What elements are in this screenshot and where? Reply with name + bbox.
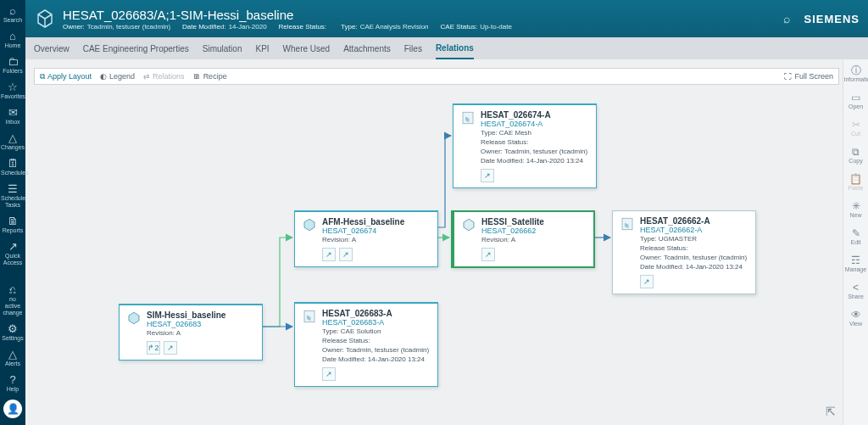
node-link[interactable]: HESAT_026683-A: [322, 318, 392, 327]
type-label: Type: CAE Mesh: [481, 128, 589, 137]
sidebar-favorites[interactable]: ☆Favorites: [1, 81, 25, 100]
tab-cae-eng-props[interactable]: CAE Engineering Properties: [83, 39, 189, 59]
owner-label: Owner: Tcadmin, testuser (tcadmin): [322, 345, 431, 355]
node-afm-hessi-baseline[interactable]: AFM-Hessi_baseline HESAT_026674 Revision…: [294, 210, 438, 267]
help-icon: ?: [1, 374, 25, 386]
sidebar-settings[interactable]: ⚙Settings: [1, 323, 25, 342]
tab-simulation[interactable]: Simulation: [203, 39, 242, 59]
open-icon: ▭: [844, 92, 868, 103]
tab-overview[interactable]: Overview: [34, 39, 70, 59]
header-meta: Owner:Tcadmin, testuser (tcadmin) Date M…: [63, 23, 783, 31]
node-title: AFM-Hessi_baseline: [322, 217, 404, 226]
node-link[interactable]: HESAT_026683: [147, 320, 225, 328]
dataset-icon: [620, 216, 635, 232]
recipe-button[interactable]: 🗎Recipe: [193, 72, 227, 81]
rs-copy[interactable]: ⧉Copy: [844, 146, 868, 165]
info-icon: ⓘ: [844, 64, 868, 76]
legend-button[interactable]: ◐Legend: [100, 72, 135, 81]
dataset-icon: [460, 110, 476, 126]
search-icon: ⌕: [1, 5, 25, 17]
node-link[interactable]: HESAT_026674-A: [481, 120, 551, 128]
cae-model-icon: [302, 217, 317, 232]
sidebar-no-change[interactable]: ⎌no active change: [1, 284, 25, 316]
node-hessi-satellite[interactable]: HESSI_Satellite HESAT_026662 Revision: A…: [451, 210, 595, 268]
gear-icon: ⚙: [1, 323, 25, 335]
right-sidebar: ⓘInformation ▭Open ✂Cut ⧉Copy 📋Paste ✳Ne…: [843, 59, 868, 425]
release-status-label: Release Status:: [481, 137, 589, 147]
revision-label: Revision: A: [322, 235, 431, 244]
sidebar-search[interactable]: ⌕Search: [1, 5, 25, 24]
node-link[interactable]: HESAT_026662: [481, 226, 544, 235]
sidebar-quick-access[interactable]: ↗Quick Access: [1, 241, 25, 266]
node-hesat-026683-a[interactable]: HESAT_026683-A HESAT_026683-A Type: CAE …: [294, 302, 438, 387]
relations-canvas[interactable]: SIM-Hessi_baseline HESAT_026683 Revision…: [25, 85, 843, 425]
apply-layout-button[interactable]: ⧉Apply Layout: [40, 72, 92, 81]
node-hesat-026674-a[interactable]: HESAT_026674-A HESAT_026674-A Type: CAE …: [453, 103, 597, 188]
navigate-button[interactable]: ↗: [322, 248, 336, 261]
rs-open[interactable]: ▭Open: [844, 92, 868, 110]
type-label: Type: CAE Solution: [322, 327, 431, 336]
fullscreen-icon: ⛶: [784, 72, 792, 81]
paste-icon: 📋: [844, 173, 868, 185]
navigate-button[interactable]: ↗: [481, 248, 495, 261]
rs-information[interactable]: ⓘInformation: [844, 64, 868, 83]
tab-relations[interactable]: Relations: [436, 38, 474, 59]
user-icon: 👤: [7, 403, 19, 415]
fullscreen-button[interactable]: ⛶Full Screen: [784, 72, 833, 81]
navigate-button[interactable]: ↗: [164, 341, 177, 355]
folder-icon: 🗀: [1, 56, 25, 68]
sidebar-reports[interactable]: 🗎Reports: [1, 215, 25, 234]
home-icon: ⌂: [1, 31, 25, 42]
svg-marker-4: [464, 219, 474, 231]
mail-icon: ✉: [1, 107, 25, 119]
sidebar-folders[interactable]: 🗀Folders: [1, 56, 25, 75]
navigate-button[interactable]: ↗: [481, 169, 494, 182]
tab-files[interactable]: Files: [404, 39, 422, 59]
release-status-label: Release Status:: [322, 336, 431, 345]
brand-logo: SIEMENS: [804, 13, 860, 25]
node-hesat-026662-a[interactable]: HESAT_026662-A HESAT_026662-A Type: UGMA…: [612, 210, 756, 294]
sidebar-home[interactable]: ⌂Home: [1, 31, 25, 49]
rs-view[interactable]: 👁View: [844, 309, 868, 327]
owner-label: Owner: Tcadmin, testuser (tcadmin): [640, 253, 748, 262]
rs-new[interactable]: ✳New: [844, 200, 868, 219]
view-icon: 👁: [844, 309, 868, 321]
sidebar-schedules[interactable]: 🗓Schedules: [1, 158, 25, 176]
sidebar-inbox[interactable]: ✉Inbox: [1, 107, 25, 126]
header-search-button[interactable]: ⌕: [783, 12, 790, 25]
expand-count-button[interactable]: ↱2: [147, 341, 160, 355]
node-title: HESAT_026662-A: [640, 216, 710, 226]
relations-button[interactable]: ⇄Relations: [143, 72, 185, 81]
sidebar-fab[interactable]: 👤: [3, 400, 22, 418]
recipe-icon: 🗎: [193, 72, 201, 81]
node-link[interactable]: HESAT_026674: [322, 226, 404, 235]
report-icon: 🗎: [1, 215, 25, 227]
date-label: Date Modified: 14-Jan-2020 13:24: [322, 355, 431, 364]
link-icon: ↗: [1, 241, 25, 253]
tab-attachments[interactable]: Attachments: [343, 39, 391, 59]
rs-paste[interactable]: 📋Paste: [844, 173, 868, 192]
rs-share[interactable]: <Share: [844, 282, 868, 300]
layout-icon: ⧉: [40, 72, 45, 81]
release-status-label: Release Status:: [640, 243, 748, 253]
sidebar-help[interactable]: ?Help: [1, 374, 25, 393]
navigate-button[interactable]: ↗: [640, 275, 654, 288]
navigate-button[interactable]: ↗: [322, 367, 336, 381]
change-icon: △: [1, 132, 25, 144]
sidebar-schedule-tasks[interactable]: ☰Schedule Tasks: [1, 183, 25, 209]
node-sim-hessi-baseline[interactable]: SIM-Hessi_baseline HESAT_026683 Revision…: [119, 304, 263, 361]
node-title: HESSI_Satellite: [481, 217, 544, 226]
rs-edit[interactable]: ✎Edit: [844, 227, 868, 246]
revision-label: Revision: A: [481, 235, 587, 244]
sidebar-changes[interactable]: △Changes: [1, 132, 25, 151]
navigate-button-2[interactable]: ↗: [339, 248, 353, 261]
tab-where-used[interactable]: Where Used: [283, 39, 331, 59]
tab-kpi[interactable]: KPI: [255, 39, 269, 59]
tabs: Overview CAE Engineering Properties Simu…: [25, 37, 868, 59]
rs-cut[interactable]: ✂Cut: [844, 119, 868, 137]
back-to-top-button[interactable]: ⇱: [826, 405, 836, 418]
svg-marker-2: [129, 312, 139, 324]
node-link[interactable]: HESAT_026662-A: [640, 226, 710, 234]
rs-manage[interactable]: ☶Manage: [844, 254, 868, 273]
sidebar-alerts[interactable]: △Alerts: [1, 349, 25, 367]
